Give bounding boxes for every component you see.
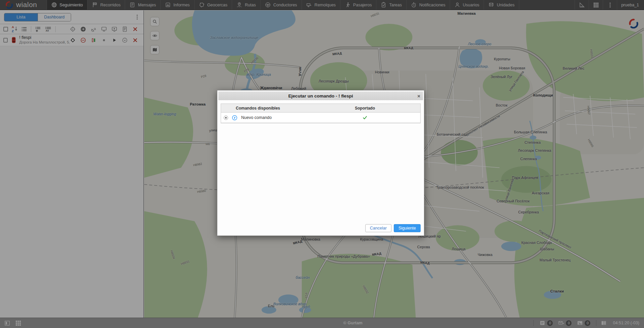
- commands-table-header: Comandos disponibles Soportado: [221, 104, 420, 113]
- dialog-title: Ejecutar un comando - ! flespi: [288, 93, 353, 99]
- command-row[interactable]: Nuevo comando: [221, 113, 420, 123]
- dialog-header: Ejecutar un comando - ! flespi ×: [218, 91, 423, 100]
- cancel-button[interactable]: Cancelar: [365, 224, 391, 232]
- check-icon: [362, 115, 368, 120]
- next-button[interactable]: Siguiente: [394, 224, 421, 232]
- col-comandos-disponibles: Comandos disponibles: [221, 106, 310, 111]
- dialog-close-button[interactable]: ×: [417, 93, 420, 99]
- flespi-icon: [232, 115, 237, 121]
- dialog-actions: Cancelar Siguiente: [365, 224, 421, 232]
- commands-table: Comandos disponibles Soportado Nuevo com…: [221, 104, 421, 123]
- command-name: Nuevo comando: [241, 115, 272, 120]
- execute-command-dialog: Ejecutar un comando - ! flespi × Comando…: [217, 90, 424, 236]
- command-radio[interactable]: [224, 116, 228, 120]
- dialog-body: Comandos disponibles Soportado Nuevo com…: [218, 101, 423, 235]
- col-soportado: Soportado: [310, 106, 420, 111]
